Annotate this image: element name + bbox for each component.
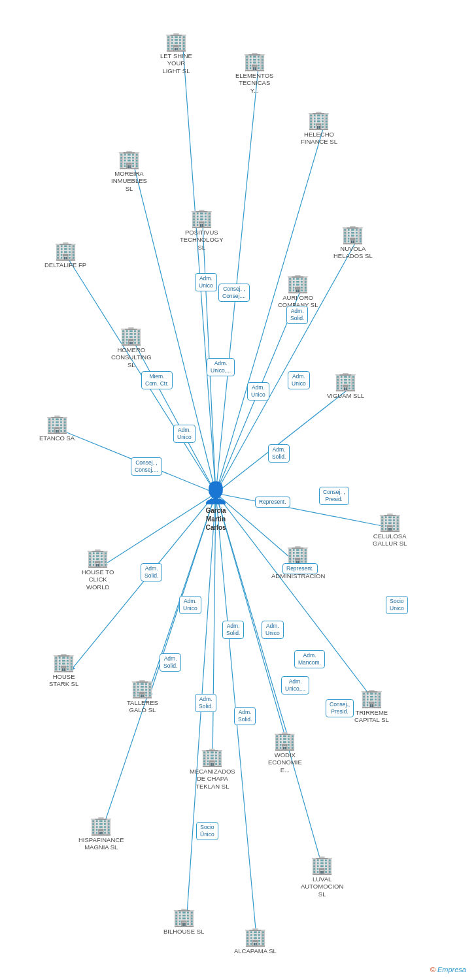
svg-line-9 (216, 388, 350, 493)
company-label: DELTALIFE FP (44, 261, 86, 269)
company-label: HOMEROCONSULTINGSL (111, 346, 152, 368)
role-badge-r2[interactable]: Consej. ,Consej.... (218, 284, 250, 302)
company-label: BILHOUSE SL (163, 928, 204, 935)
building-icon: 🏢 (118, 150, 141, 169)
building-icon: 🏢 (131, 679, 154, 698)
role-badge-r20[interactable]: Adm.Unico,... (281, 676, 309, 694)
company-node-let_shine[interactable]: 🏢 LET SHINEYOURLIGHT SL (160, 33, 192, 74)
building-icon: 🏢 (307, 111, 330, 129)
company-label: HOUSE TOCLICKWORLD (82, 568, 114, 591)
company-label: NUVOLAHELADOS SL (333, 245, 373, 260)
company-label: ALCAPAMA SL (234, 947, 277, 955)
company-node-celulosa[interactable]: 🏢 CELULOSAGALLUR SL (373, 513, 407, 547)
role-badge-r19[interactable]: Adm.Mancom. (294, 650, 325, 668)
role-badge-r21[interactable]: Consej.,Presid. (326, 699, 354, 717)
role-badge-r3[interactable]: Adm.Solid. (286, 306, 308, 324)
building-icon: 🏢 (46, 415, 69, 433)
svg-line-18 (212, 493, 216, 764)
building-icon: 🏢 (165, 33, 188, 51)
role-badge-r9[interactable]: Consej. ,Consej.... (131, 457, 162, 476)
role-badge-r7[interactable]: Miem.Com. Ctr. (141, 371, 173, 389)
connection-lines (0, 0, 476, 980)
company-label: MECANIZADOSDE CHAPATEKLAN SL (190, 768, 235, 790)
role-badge-r13[interactable]: Represent. (282, 563, 318, 574)
role-badge-r8[interactable]: Adm.Unico (173, 425, 196, 443)
building-icon: 🏢 (52, 653, 75, 672)
role-badge-r10[interactable]: Adm.Solid. (268, 444, 290, 463)
building-icon: 🏢 (120, 327, 143, 345)
company-label: LUVALAUTOMOCIONSL (301, 875, 343, 898)
company-node-elementos[interactable]: 🏢 ELEMENTOSTECNICASY... (235, 52, 273, 94)
building-icon: 🏢 (360, 689, 383, 708)
company-node-trirreme[interactable]: 🏢 TRIRREMECAPITAL SL (354, 689, 389, 724)
role-badge-r16[interactable]: SocioUnico (386, 596, 408, 614)
company-node-talleres[interactable]: 🏢 TALLERESGALO SL (127, 679, 158, 714)
svg-line-1 (216, 68, 258, 493)
svg-line-13 (105, 493, 216, 564)
company-node-homero[interactable]: 🏢 HOMEROCONSULTINGSL (111, 327, 152, 368)
company-label: ELEMENTOSTECNICASY... (235, 72, 273, 94)
company-node-viguam[interactable]: 🏢 VIGUAM SLL (327, 372, 364, 399)
company-label: LET SHINEYOURLIGHT SL (160, 52, 192, 74)
role-badge-r14[interactable]: Adm.Solid. (141, 563, 162, 581)
company-label: HOUSESTARK SL (49, 673, 78, 688)
company-node-house_stark[interactable]: 🏢 HOUSESTARK SL (49, 653, 78, 688)
building-icon: 🏢 (244, 928, 267, 946)
company-node-positivus[interactable]: 🏢 POSITIVUSTECHNOLOGYSL (180, 209, 224, 251)
building-icon: 🏢 (173, 908, 196, 926)
company-node-helecho[interactable]: 🏢 HELECHOFINANCE SL (301, 111, 337, 146)
company-label: WODIXECONOMIEE... (268, 751, 302, 774)
role-badge-r5[interactable]: Adm.Unico,... (207, 358, 235, 376)
building-icon: 🏢 (334, 372, 357, 391)
building-icon: 🏢 (311, 856, 333, 874)
company-node-hispafinance[interactable]: 🏢 HISPAFINANCEMAGNIA SL (78, 817, 124, 851)
company-label: ETANCO SA (39, 434, 75, 442)
person-icon: 👤 (203, 480, 229, 505)
company-label: CELULOSAGALLUR SL (373, 532, 407, 547)
role-badge-r24[interactable]: Adm.Solid. (160, 653, 181, 672)
company-node-nuvola[interactable]: 🏢 NUVOLAHELADOS SL (333, 225, 373, 260)
company-node-deltalife[interactable]: 🏢 DELTALIFE FP (44, 242, 86, 269)
company-node-luval[interactable]: 🏢 LUVALAUTOMOCIONSL (301, 856, 343, 898)
role-badge-r23[interactable]: Adm.Solid. (234, 707, 256, 725)
building-icon: 🏢 (243, 52, 266, 71)
company-label: HELECHOFINANCE SL (301, 131, 337, 146)
role-badge-r15[interactable]: Adm.Unico (179, 596, 201, 614)
center-person: 👤 GarciaMartinCarlos (203, 480, 229, 532)
building-icon: 🏢 (379, 513, 401, 531)
building-icon: 🏢 (273, 732, 296, 750)
building-icon: 🏢 (190, 209, 213, 227)
person-name: GarciaMartinCarlos (205, 506, 226, 532)
building-icon: 🏢 (90, 817, 112, 835)
company-node-wodix[interactable]: 🏢 WODIXECONOMIEE... (268, 732, 302, 774)
svg-line-11 (216, 493, 396, 529)
building-icon: 🏢 (54, 242, 77, 260)
watermark: © Empresa (430, 966, 466, 973)
company-node-etanco[interactable]: 🏢 ETANCO SA (39, 415, 75, 442)
company-node-house_click[interactable]: 🏢 HOUSE TOCLICKWORLD (82, 549, 114, 591)
company-node-mecanizados[interactable]: 🏢 MECANIZADOSDE CHAPATEKLAN SL (190, 748, 235, 790)
role-badge-r12[interactable]: Represent. (255, 497, 290, 508)
company-label: TRIRREMECAPITAL SL (354, 709, 389, 724)
role-badge-r25[interactable]: SocioÚnico (196, 822, 218, 840)
role-badge-r11[interactable]: Consej. ,Presid. (319, 487, 349, 505)
company-node-moreira[interactable]: 🏢 MOREIRAINMUEBLESSL (111, 150, 147, 192)
role-badge-r1[interactable]: Adm.Unico (195, 273, 217, 291)
role-badge-r22[interactable]: Adm.Solid. (195, 694, 216, 712)
graph-container: © Empresa 👤 GarciaMartinCarlos🏢 LET SHIN… (0, 0, 476, 980)
building-icon: 🏢 (341, 225, 364, 244)
company-node-bilhouse[interactable]: 🏢 BILHOUSE SL (163, 908, 204, 935)
company-label: VIGUAM SLL (327, 392, 364, 399)
role-badge-r6[interactable]: Adm.Unico (247, 382, 269, 400)
building-icon: 🏢 (86, 549, 109, 567)
building-icon: 🏢 (201, 748, 224, 766)
company-label: MOREIRAINMUEBLESSL (111, 170, 147, 192)
role-badge-r18[interactable]: Adm.Unico (262, 621, 284, 639)
building-icon: 🏢 (286, 546, 309, 564)
company-label: POSITIVUSTECHNOLOGYSL (180, 229, 224, 251)
company-node-alcapama[interactable]: 🏢 ALCAPAMA SL (234, 928, 277, 955)
company-node-auri_oro[interactable]: 🏢 AURI OROCOMPANY SL (278, 274, 318, 309)
role-badge-r17[interactable]: Adm.Solid. (222, 621, 244, 639)
role-badge-r4[interactable]: Adm.Unico (288, 371, 310, 389)
company-label: HISPAFINANCEMAGNIA SL (78, 836, 124, 851)
